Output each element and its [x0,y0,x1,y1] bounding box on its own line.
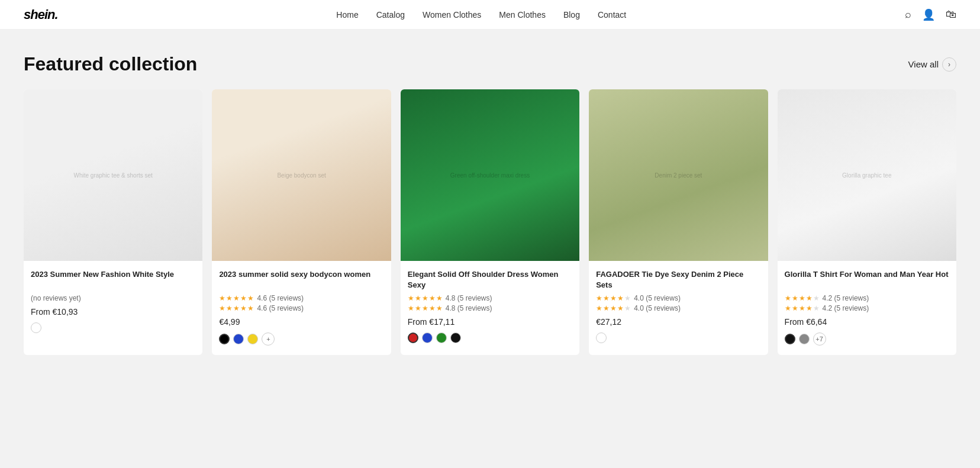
rating-text-2: 4.2 (5 reviews) [823,304,869,312]
rating-text-1: 4.8 (5 reviews) [446,294,492,302]
product-info: 2023 Summer New Fashion White Style(no r… [24,261,202,343]
star-full: ★ [596,304,602,312]
star-full: ★ [226,304,233,312]
star-empty: ★ [813,304,820,312]
product-name: Glorilla T Shirt For Woman and Man Year … [785,269,949,291]
color-swatches [31,322,195,333]
product-info: 2023 summer solid sexy bodycon women★★★★… [212,261,391,355]
star-empty: ★ [813,294,820,302]
section-header: Featured collection View all › [24,53,956,75]
nav-link-men-clothes[interactable]: Men Clothes [499,10,546,20]
product-image-placeholder: Glorilla graphic tee [778,89,956,261]
product-price: From €6,64 [785,317,949,327]
star-full: ★ [226,294,233,302]
search-icon[interactable]: ⌕ [905,8,911,21]
star-half: ★ [247,304,254,312]
rating-text-2: 4.0 (5 reviews) [634,304,681,312]
star-full: ★ [617,294,624,302]
product-info: FAGADOER Tie Dye Sexy Denim 2 Piece Sets… [589,261,768,353]
color-swatch[interactable] [596,333,607,343]
rating-row-2: ★★★★★4.0 (5 reviews) [596,304,760,312]
color-swatch[interactable] [247,334,258,344]
color-swatch[interactable] [408,333,418,343]
star-full: ★ [219,304,225,312]
product-name: FAGADOER Tie Dye Sexy Denim 2 Piece Sets [596,269,760,291]
rating-text-2: 4.8 (5 reviews) [446,304,492,312]
star-full: ★ [233,294,240,302]
color-swatch[interactable] [799,334,810,344]
rating-row-1: ★★★★★4.2 (5 reviews) [785,294,949,302]
user-icon[interactable]: 👤 [922,8,935,21]
product-card[interactable]: Green off-shoulder maxi dressElegant Sol… [401,89,579,355]
star-full: ★ [422,304,428,312]
color-swatch[interactable] [422,333,433,343]
star-full: ★ [799,304,805,312]
swatch-more[interactable]: +7 [813,333,826,346]
product-price: €4,99 [219,317,383,327]
star-empty: ★ [624,304,631,312]
star-full: ★ [596,294,602,302]
nav-link-women-clothes[interactable]: Women Clothes [423,10,481,20]
star-rating: ★★★★★ [219,304,254,312]
rating-row-1: (no reviews yet) [31,294,195,302]
star-full: ★ [422,294,428,302]
product-image: Denim 2 piece set [589,89,768,261]
logo[interactable]: shein. [24,7,58,22]
rating-row-2: ★★★★★4.8 (5 reviews) [408,304,572,312]
nav-link-home[interactable]: Home [336,10,358,20]
star-full: ★ [792,304,798,312]
color-swatch[interactable] [31,322,41,333]
color-swatch[interactable] [219,334,230,344]
color-swatches: +7 [785,333,949,346]
product-name: Elegant Solid Off Shoulder Dress Women S… [408,269,572,291]
star-full: ★ [429,304,436,312]
color-swatch[interactable] [450,333,461,343]
star-full: ★ [610,304,617,312]
section-title: Featured collection [24,53,197,75]
view-all-button[interactable]: View all › [908,57,956,72]
rating-text-1: 4.6 (5 reviews) [257,294,304,302]
rating-row-1: ★★★★★4.0 (5 reviews) [596,294,760,302]
color-swatch[interactable] [233,334,244,344]
swatch-more[interactable]: + [262,333,275,346]
star-rating: ★★★★★ [596,304,631,312]
product-card[interactable]: Glorilla graphic teeGlorilla T Shirt For… [778,89,956,355]
star-full: ★ [785,294,791,302]
product-price: From €10,93 [31,307,195,317]
product-price: €27,12 [596,317,760,327]
main-content: Featured collection View all › White gra… [0,30,980,367]
product-price: From €17,11 [408,317,572,327]
product-name: 2023 Summer New Fashion White Style [31,269,195,291]
product-info: Glorilla T Shirt For Woman and Man Year … [778,261,956,355]
star-full: ★ [233,304,240,312]
color-swatch[interactable] [785,334,795,344]
star-full: ★ [792,294,798,302]
header-icons: ⌕ 👤 🛍 [905,8,956,21]
star-rating: ★★★★★ [219,294,254,302]
product-card[interactable]: White graphic tee & shorts set2023 Summe… [24,89,202,355]
product-image: Glorilla graphic tee [778,89,956,261]
star-half: ★ [436,294,443,302]
rating-row-2: ★★★★★4.6 (5 reviews) [219,304,383,312]
nav-link-contact[interactable]: Contact [598,10,626,20]
star-half: ★ [247,294,254,302]
product-card[interactable]: Beige bodycon set2023 summer solid sexy … [212,89,391,355]
rating-text-1: 4.2 (5 reviews) [823,294,869,302]
color-swatches [408,333,572,343]
product-image-placeholder: Green off-shoulder maxi dress [401,89,579,261]
star-full: ★ [408,294,414,302]
color-swatch[interactable] [436,333,447,343]
star-full: ★ [415,294,421,302]
product-name: 2023 summer solid sexy bodycon women [219,269,383,291]
cart-icon[interactable]: 🛍 [946,8,956,21]
product-card[interactable]: Denim 2 piece setFAGADOER Tie Dye Sexy D… [589,89,768,355]
color-swatches [596,333,760,343]
star-rating: ★★★★★ [408,304,443,312]
nav-link-catalog[interactable]: Catalog [376,10,405,20]
star-rating: ★★★★★ [408,294,443,302]
nav-link-blog[interactable]: Blog [563,10,580,20]
star-full: ★ [415,304,421,312]
star-full: ★ [408,304,414,312]
main-nav: HomeCatalogWomen ClothesMen ClothesBlogC… [336,10,626,20]
star-full: ★ [806,294,813,302]
